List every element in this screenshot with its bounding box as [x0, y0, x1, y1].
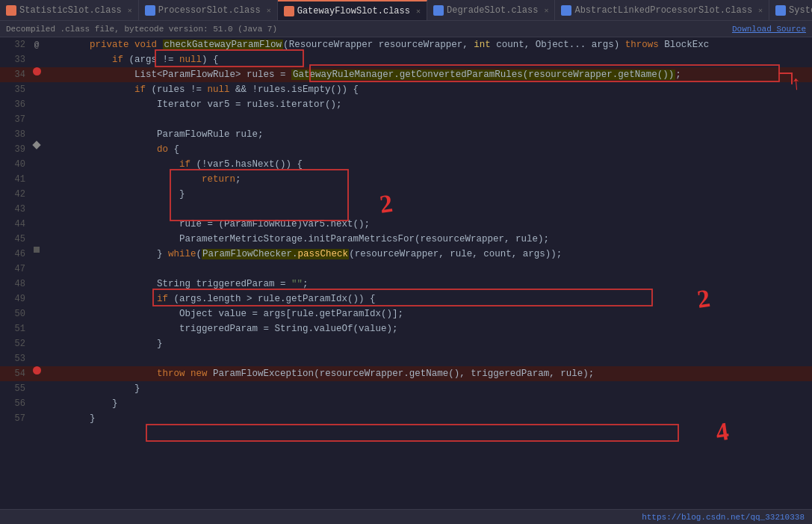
code-line-37: 37	[0, 112, 812, 127]
code-line-56: 56 }	[0, 396, 812, 411]
tab-bar: StatisticSlot.class ✕ ProcessorSlot.clas…	[0, 0, 812, 21]
code-area: 32 @ private void checkGatewayParamFlow(…	[0, 37, 812, 509]
tab-close-processorslot[interactable]: ✕	[267, 6, 271, 15]
tab-icon-degradeslot	[433, 5, 444, 16]
code-line-43: 43	[0, 202, 812, 217]
code-line-38: 38 ParamFlowRule rule;	[0, 127, 812, 142]
code-line-41: 41 return;	[0, 172, 812, 187]
code-line-53: 53	[0, 351, 812, 366]
code-line-55: 55 }	[0, 381, 812, 396]
tab-icon-statisticslot	[6, 5, 16, 16]
code-line-46: 46 } while(ParamFlowChecker.passCheck(re…	[0, 247, 812, 262]
code-line-39: 39 do {	[0, 142, 812, 157]
status-bar: https://blog.csdn.net/qq_33210338	[0, 509, 812, 524]
status-url: https://blog.csdn.net/qq_33210338	[642, 513, 805, 522]
code-line-44: 44 rule = (ParamFlowRule)var5.next();	[0, 217, 812, 232]
code-line-45: 45 ParameterMetricStorage.initParamMetri…	[0, 232, 812, 247]
tab-close-statisticslot[interactable]: ✕	[128, 6, 132, 15]
tab-icon-processorslot	[145, 5, 155, 16]
tab-icon-abstractlinked	[561, 5, 571, 16]
tab-gatewayflowslot[interactable]: GatewayFlowSlot.class ✕	[278, 0, 427, 21]
code-line-36: 36 Iterator var5 = rules.iterator();	[0, 97, 812, 112]
tab-systemslot[interactable]: SystemSlot.class ✕	[769, 0, 812, 21]
code-line-40: 40 if (!var5.hasNext()) {	[0, 157, 812, 172]
code-line-33: 33 if (args != null) {	[0, 52, 812, 67]
code-line-34: 34 List<ParamFlowRule> rules = GatewayRu…	[0, 67, 812, 82]
tab-close-abstractlinked[interactable]: ✕	[758, 6, 763, 15]
code-line-54: 54 throw new ParamFlowException(resource…	[0, 366, 812, 381]
tab-processorslot[interactable]: ProcessorSlot.class ✕	[139, 0, 278, 21]
code-line-51: 51 triggeredParam = String.valueOf(value…	[0, 321, 812, 336]
decompile-info: Decompiled .class file, bytecode version…	[6, 25, 277, 34]
tab-statisticslot[interactable]: StatisticSlot.class ✕	[0, 0, 139, 21]
code-line-48: 48 String triggeredParam = "";	[0, 277, 812, 292]
code-line-32: 32 @ private void checkGatewayParamFlow(…	[0, 37, 812, 52]
code-line-49: 49 if (args.length > rule.getParamIdx())…	[0, 292, 812, 306]
tab-degradeslot[interactable]: DegradeSlot.class ✕	[427, 0, 555, 21]
tab-close-gatewayflowslot[interactable]: ✕	[416, 7, 421, 16]
tab-abstractlinked[interactable]: AbstractLinkedProcessorSlot.class ✕	[555, 0, 769, 21]
tab-icon-systemslot	[775, 5, 786, 16]
code-line-47: 47	[0, 262, 812, 277]
tab-close-degradeslot[interactable]: ✕	[544, 6, 548, 15]
code-line-57: 57 }	[0, 411, 812, 426]
code-line-42: 42 }	[0, 187, 812, 202]
download-source-link[interactable]: Download Source	[732, 25, 806, 34]
code-line-35: 35 if (rules != null && !rules.isEmpty()…	[0, 82, 812, 97]
tab-icon-gatewayflowslot	[284, 6, 294, 16]
code-line-52: 52 }	[0, 336, 812, 351]
code-line-50: 50 Object value = args[rule.getParamIdx(…	[0, 306, 812, 321]
info-bar: Decompiled .class file, bytecode version…	[0, 21, 812, 37]
